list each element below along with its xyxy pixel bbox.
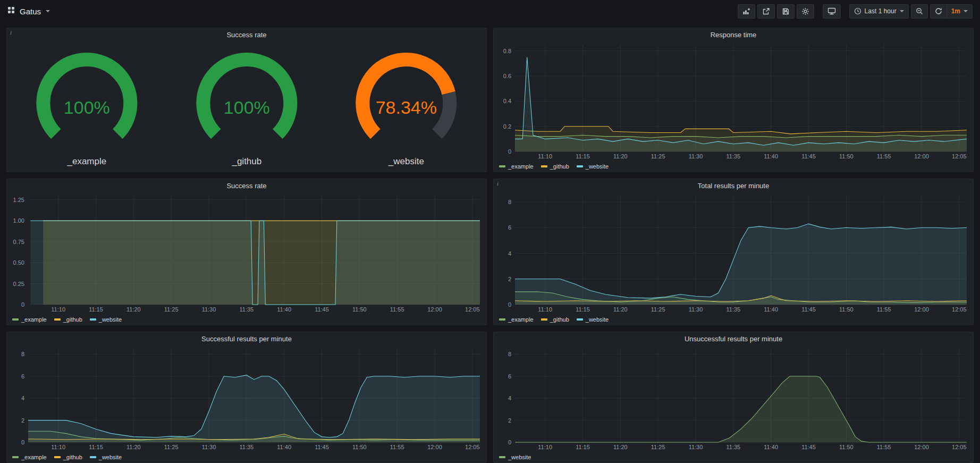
legend-label: _website	[586, 316, 609, 323]
chart-unsuccessful-results[interactable]: 11:1011:1511:2011:2511:3011:3511:4011:45…	[496, 346, 971, 452]
panel-title-unsuccessful-results[interactable]: Unsuccessful results per minute	[494, 332, 973, 346]
chart-response-time[interactable]: 11:1011:1511:2011:2511:3011:3511:4011:45…	[496, 41, 971, 161]
legend-item-example[interactable]: _example	[12, 454, 47, 460]
svg-text:11:35: 11:35	[239, 444, 254, 450]
legend-item-example[interactable]: _example	[12, 316, 47, 323]
panel-info-icon[interactable]: i	[497, 180, 499, 187]
svg-text:11:15: 11:15	[576, 153, 590, 159]
legend-item-github[interactable]: _github	[54, 454, 82, 460]
legend-label: _example	[508, 316, 534, 323]
legend-label: _example	[21, 316, 47, 323]
svg-text:2: 2	[21, 417, 24, 424]
panel-info-icon[interactable]: i	[10, 29, 12, 36]
legend-item-example[interactable]: _example	[499, 316, 534, 323]
svg-text:11:10: 11:10	[538, 153, 552, 159]
chart-success-rate[interactable]: 11:1011:1511:2011:2511:3011:3511:4011:45…	[9, 192, 484, 314]
svg-text:4: 4	[21, 395, 24, 401]
chevron-down-icon	[964, 10, 968, 12]
svg-text:11:55: 11:55	[390, 306, 404, 313]
svg-text:0.6: 0.6	[503, 73, 511, 79]
legend-item-github[interactable]: _github	[541, 316, 569, 323]
legend-swatch	[54, 456, 61, 458]
chart-total-results[interactable]: 11:1011:1511:2011:2511:3011:3511:4011:45…	[496, 192, 971, 314]
svg-text:8: 8	[508, 351, 511, 357]
svg-text:12:00: 12:00	[914, 444, 929, 450]
legend-item-github[interactable]: _github	[541, 163, 569, 170]
legend-item-website[interactable]: _website	[90, 454, 122, 460]
zoom-out-time-button[interactable]	[911, 4, 928, 19]
chart-svg: 11:1011:1511:2011:2511:3011:3511:4011:45…	[496, 192, 971, 314]
share-button[interactable]	[757, 4, 775, 19]
svg-text:0: 0	[21, 301, 24, 308]
svg-text:12:05: 12:05	[952, 444, 967, 450]
panel-title-success-rate-chart[interactable]: Success rate	[7, 179, 486, 192]
legend-label: _website	[99, 454, 122, 460]
panel-title-total-results[interactable]: Total results per minute	[494, 179, 973, 192]
monitor-icon	[827, 7, 836, 15]
svg-text:11:50: 11:50	[352, 306, 367, 313]
svg-text:2: 2	[508, 276, 511, 282]
svg-text:11:25: 11:25	[651, 153, 665, 159]
legend-swatch	[577, 318, 583, 321]
dashboard-settings-button[interactable]	[797, 4, 814, 19]
chart-svg: 11:1011:1511:2011:2511:3011:3511:4011:45…	[9, 192, 484, 314]
svg-text:12:05: 12:05	[952, 153, 967, 159]
svg-text:11:15: 11:15	[576, 444, 590, 450]
legend-swatch	[499, 318, 505, 321]
legend-item-website[interactable]: _website	[577, 163, 609, 170]
svg-text:1.00: 1.00	[13, 217, 24, 224]
svg-text:11:50: 11:50	[839, 444, 854, 450]
chart-successful-results[interactable]: 11:1011:1511:2011:2511:3011:3511:4011:45…	[9, 346, 484, 452]
panel-title-successful-results[interactable]: Successful results per minute	[7, 332, 486, 346]
svg-text:0.4: 0.4	[503, 98, 511, 104]
legend-label: _github	[63, 454, 82, 460]
svg-text:0.50: 0.50	[13, 259, 24, 266]
svg-text:12:05: 12:05	[952, 306, 967, 313]
dashboard-title[interactable]: Gatus	[20, 7, 41, 16]
legend-item-github[interactable]: _github	[54, 316, 82, 323]
gauge-github: 100%_github	[167, 41, 327, 172]
magnifier-minus-icon	[916, 7, 923, 15]
legend-label: _website	[508, 454, 531, 460]
divider	[947, 5, 947, 18]
svg-text:11:55: 11:55	[390, 444, 404, 450]
svg-text:4: 4	[508, 250, 511, 257]
time-range-picker-button[interactable]: Last 1 hour	[849, 4, 909, 19]
panel-title-success-rate-gauges[interactable]: Success rate	[7, 28, 486, 41]
svg-text:11:20: 11:20	[126, 444, 141, 450]
legend-label: _github	[550, 163, 569, 170]
legend-item-website[interactable]: _website	[499, 454, 531, 460]
gauge-example: 100%_example	[7, 41, 167, 172]
svg-text:11:25: 11:25	[164, 306, 179, 313]
refresh-picker-button[interactable]: 1m	[930, 4, 973, 19]
svg-text:11:30: 11:30	[689, 153, 703, 159]
svg-text:11:45: 11:45	[315, 444, 329, 450]
refresh-interval-label: 1m	[951, 7, 960, 15]
save-dashboard-button[interactable]	[777, 4, 795, 19]
legend-success-rate: _example_github_website	[7, 314, 486, 325]
legend-swatch	[90, 318, 96, 321]
svg-text:11:50: 11:50	[839, 306, 854, 313]
add-panel-button[interactable]	[738, 4, 755, 19]
svg-text:11:25: 11:25	[164, 444, 179, 450]
legend-item-website[interactable]: _website	[90, 316, 122, 323]
svg-text:11:10: 11:10	[51, 306, 65, 313]
svg-text:11:35: 11:35	[726, 153, 740, 159]
refresh-icon	[935, 7, 942, 15]
legend-item-example[interactable]: _example	[499, 163, 534, 170]
legend-item-website[interactable]: _website	[577, 316, 609, 323]
svg-text:12:05: 12:05	[465, 444, 480, 450]
gear-icon	[801, 7, 809, 15]
svg-text:0.2: 0.2	[503, 123, 511, 130]
svg-text:11:55: 11:55	[877, 444, 891, 450]
share-icon	[762, 7, 770, 15]
dashboards-grid-icon[interactable]	[7, 6, 15, 16]
panel-title-response-time[interactable]: Response time	[494, 28, 973, 41]
svg-text:0: 0	[508, 301, 511, 308]
legend-response-time: _example_github_website	[494, 161, 973, 172]
legend-swatch	[577, 165, 583, 167]
svg-text:12:05: 12:05	[465, 306, 480, 313]
svg-text:11:55: 11:55	[877, 306, 891, 313]
svg-text:11:15: 11:15	[576, 306, 590, 313]
cycle-view-mode-button[interactable]	[823, 4, 841, 19]
